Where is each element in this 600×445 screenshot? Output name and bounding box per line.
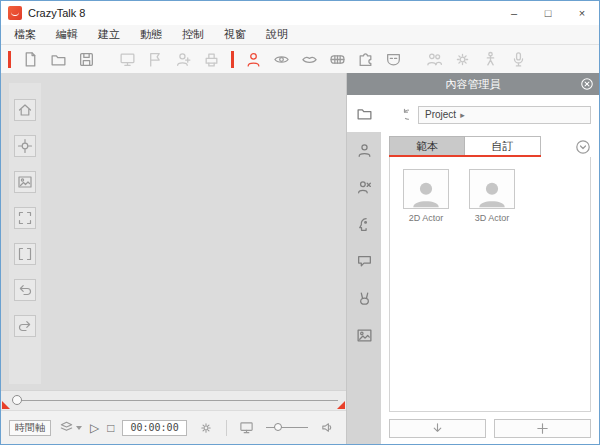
export-button[interactable]	[144, 48, 167, 71]
body-figure-icon	[482, 51, 499, 68]
motion-button[interactable]	[423, 48, 446, 71]
preview-button[interactable]	[116, 48, 139, 71]
stop-button[interactable]: □	[107, 422, 114, 434]
person-silhouette-icon	[409, 178, 443, 208]
frame-brackets-icon	[17, 246, 33, 262]
add-actor-button[interactable]	[172, 48, 195, 71]
panel-close-button[interactable]	[580, 77, 594, 91]
save-project-button[interactable]	[75, 48, 98, 71]
focus-button[interactable]	[14, 135, 36, 157]
download-content-button[interactable]	[389, 419, 486, 438]
home-view-button[interactable]	[14, 99, 36, 121]
speaker-button[interactable]	[316, 416, 339, 439]
actor-icon	[245, 51, 262, 68]
home-icon	[17, 102, 33, 118]
redo-button[interactable]	[14, 315, 36, 337]
add-content-button[interactable]	[494, 419, 591, 438]
tab-scene-image[interactable]	[347, 317, 381, 354]
frame-borders-button[interactable]	[14, 243, 36, 265]
undo-icon	[17, 282, 33, 298]
content-manager-header: 內容管理員	[347, 73, 599, 95]
menu-item-window[interactable]: 視窗	[214, 27, 256, 42]
lips-icon	[301, 51, 318, 68]
export-flag-icon	[147, 51, 164, 68]
main-area: 時間軸 ▷ □ 00:00:00 ♪ 內容管理員	[1, 73, 599, 444]
menu-item-motion[interactable]: 動態	[130, 27, 172, 42]
app-logo-icon	[8, 6, 22, 20]
content-manager-panel: 內容管理員 Project	[346, 73, 599, 444]
time-settings-button[interactable]	[195, 416, 218, 439]
render-preview-button[interactable]	[235, 416, 258, 439]
plus-icon	[535, 421, 550, 436]
actor-thumbnail[interactable]	[469, 169, 515, 209]
menu-item-help[interactable]: 說明	[256, 27, 298, 42]
image-icon	[17, 174, 33, 190]
project-dropdown[interactable]: Project ▸	[418, 106, 591, 124]
mouth-fitting-button[interactable]	[298, 48, 321, 71]
folder-icon	[356, 105, 373, 122]
image-icon	[356, 327, 373, 344]
tab-voice[interactable]	[347, 243, 381, 280]
content-manager-body: Project ▸ 範本 自訂 2D	[347, 95, 599, 444]
minimize-button[interactable]: –	[497, 1, 531, 25]
tab-animation[interactable]	[347, 280, 381, 317]
tab-custom[interactable]: 自訂	[465, 136, 541, 155]
timeline-button[interactable]: 時間軸	[9, 420, 51, 436]
actor-label: 2D Actor	[400, 213, 452, 223]
mask-icon	[385, 51, 402, 68]
main-toolbar	[1, 45, 599, 73]
person-icon	[356, 142, 373, 159]
close-circle-icon	[580, 77, 594, 91]
playhead-line	[17, 400, 338, 401]
menu-item-control[interactable]: 控制	[172, 27, 214, 42]
actor-thumbnail[interactable]	[403, 169, 449, 209]
open-folder-icon	[50, 51, 67, 68]
app-window: CrazyTalk 8 – □ × 檔案 編輯 建立 動態 控制 視窗 說明	[0, 0, 600, 445]
eye-fitting-button[interactable]	[270, 48, 293, 71]
mask-button[interactable]	[382, 48, 405, 71]
template-list: 2D Actor 3D Actor	[389, 157, 591, 412]
volume-knob[interactable]	[274, 423, 282, 431]
toolbar-group-marker	[231, 51, 234, 68]
undo-button[interactable]	[14, 279, 36, 301]
menu-item-create[interactable]: 建立	[88, 27, 130, 42]
track-list-button[interactable]	[59, 416, 82, 439]
speaker-icon	[320, 420, 335, 435]
menu-item-edit[interactable]: 編輯	[46, 27, 88, 42]
collapse-button[interactable]	[575, 139, 591, 155]
close-button[interactable]: ×	[565, 1, 599, 25]
tab-actor[interactable]	[347, 132, 381, 169]
new-document-button[interactable]	[19, 48, 42, 71]
window-title: CrazyTalk 8	[28, 7, 85, 19]
speech-bubble-icon	[356, 253, 373, 270]
volume-slider[interactable]	[266, 422, 308, 433]
play-button[interactable]: ▷	[90, 422, 99, 434]
tab-head[interactable]	[347, 206, 381, 243]
composer-button[interactable]	[354, 48, 377, 71]
puppet-button[interactable]	[451, 48, 474, 71]
fit-screen-button[interactable]	[14, 207, 36, 229]
eye-icon	[273, 51, 290, 68]
record-voice-button[interactable]	[507, 48, 530, 71]
list-item[interactable]: 2D Actor	[400, 169, 452, 223]
tab-avatar[interactable]	[347, 169, 381, 206]
stage-canvas[interactable]	[1, 73, 346, 390]
tab-project-folder[interactable]	[347, 95, 381, 132]
actor-mode-button[interactable]	[242, 48, 265, 71]
range-end-marker	[337, 401, 345, 409]
body-motion-button[interactable]	[479, 48, 502, 71]
open-project-button[interactable]	[47, 48, 70, 71]
tab-template[interactable]: 範本	[389, 136, 465, 155]
print-button[interactable]	[200, 48, 223, 71]
playhead-knob[interactable]	[12, 395, 22, 405]
menu-item-file[interactable]: 檔案	[4, 27, 46, 42]
focus-target-icon	[17, 138, 33, 154]
library-tabs: 範本 自訂	[389, 136, 541, 157]
content-category-tabs	[347, 95, 381, 444]
preview-monitor-icon	[119, 51, 136, 68]
back-button[interactable]	[389, 103, 412, 126]
background-button[interactable]	[14, 171, 36, 193]
teeth-fitting-button[interactable]	[326, 48, 349, 71]
maximize-button[interactable]: □	[531, 1, 565, 25]
list-item[interactable]: 3D Actor	[466, 169, 518, 223]
